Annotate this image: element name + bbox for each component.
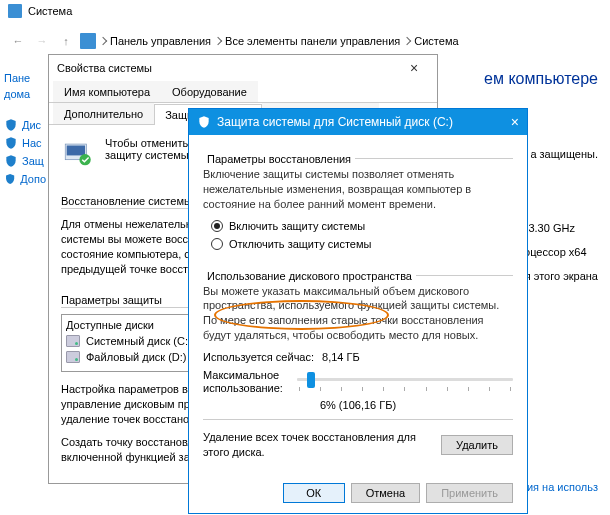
tab-hardware[interactable]: Оборудование xyxy=(161,81,258,102)
ok-button[interactable]: ОК xyxy=(283,483,345,503)
group-restore-settings: Параметры восстановления xyxy=(203,153,355,165)
tab-advanced[interactable]: Дополнительно xyxy=(53,103,154,124)
control-panel-sidebar: Пане дома Дис Нас Защ Допо xyxy=(0,60,50,198)
drive-icon xyxy=(66,335,80,347)
dialog-body: Параметры восстановления Включение защит… xyxy=(189,135,527,469)
protection-icon xyxy=(61,137,95,171)
dialog-buttons: ОК Отмена Применить xyxy=(189,473,527,513)
shield-icon xyxy=(4,118,18,132)
usage-percent: 6% (106,16 ГБ) xyxy=(203,399,513,411)
max-usage-label: Максимальное использование: xyxy=(203,369,289,395)
cancel-button[interactable]: Отмена xyxy=(351,483,420,503)
sidebar-item[interactable]: дома xyxy=(4,88,46,100)
control-panel-icon xyxy=(80,33,96,49)
radio-label: Отключить защиту системы xyxy=(229,238,371,250)
sidebar-item[interactable]: Защ xyxy=(4,154,46,168)
delete-row: Удаление всех точек восстановления для э… xyxy=(203,419,513,459)
tab-row-top: Имя компьютера Оборудование xyxy=(49,81,437,103)
close-button[interactable]: × xyxy=(399,60,429,76)
disk-usage-description: Вы можете указать максимальный объем дис… xyxy=(203,284,513,343)
breadcrumb-item[interactable]: Система xyxy=(414,35,458,47)
current-usage: Используется сейчас: 8,14 ГБ xyxy=(203,351,513,363)
close-button[interactable]: × xyxy=(489,114,519,130)
shield-icon xyxy=(4,172,16,186)
delete-description: Удаление всех точек восстановления для э… xyxy=(203,430,431,459)
window-title: Система xyxy=(28,5,72,17)
radio-enable-protection[interactable]: Включить защиту системы xyxy=(211,220,513,232)
radio-label: Включить защиту системы xyxy=(229,220,365,232)
up-button[interactable]: ↑ xyxy=(56,31,76,51)
page-heading: ем компьютере xyxy=(484,70,598,88)
radio-icon xyxy=(211,220,223,232)
delete-button[interactable]: Удалить xyxy=(441,435,513,455)
radio-disable-protection[interactable]: Отключить защиту системы xyxy=(211,238,513,250)
breadcrumb-item[interactable]: Все элементы панели управления xyxy=(225,35,400,47)
slider-thumb[interactable] xyxy=(307,372,315,388)
shield-icon xyxy=(4,154,18,168)
svg-point-2 xyxy=(79,154,90,165)
svg-rect-1 xyxy=(67,146,85,156)
sidebar-item[interactable]: Пане xyxy=(4,72,46,84)
forward-button[interactable]: → xyxy=(32,31,52,51)
chevron-right-icon xyxy=(403,37,411,45)
back-button[interactable]: ← xyxy=(8,31,28,51)
chevron-right-icon xyxy=(99,37,107,45)
apply-button[interactable]: Применить xyxy=(426,483,513,503)
radio-icon xyxy=(211,238,223,250)
system-icon xyxy=(8,4,22,18)
sidebar-item[interactable]: Нас xyxy=(4,136,46,150)
dialog-title: Свойства системы xyxy=(57,62,152,74)
sidebar-item[interactable]: Дис xyxy=(4,118,46,132)
used-label: Используется сейчас: xyxy=(203,351,314,363)
max-usage-slider-row: Максимальное использование: xyxy=(203,369,513,395)
shield-icon xyxy=(197,115,211,129)
explorer-window: Система ← → ↑ Панель управления Все элем… xyxy=(0,0,610,60)
drive-icon xyxy=(66,351,80,363)
used-value: 8,14 ГБ xyxy=(322,351,360,363)
explorer-titlebar: Система xyxy=(0,0,610,22)
group-disk-usage: Использование дискового пространства xyxy=(203,270,416,282)
shield-icon xyxy=(4,136,18,150)
chevron-right-icon xyxy=(214,37,222,45)
restore-description: Включение защиты системы позволяет отмен… xyxy=(203,167,513,212)
tab-computer-name[interactable]: Имя компьютера xyxy=(53,81,161,102)
breadcrumb-item[interactable]: Панель управления xyxy=(110,35,211,47)
dialog-titlebar: Свойства системы × xyxy=(49,55,437,81)
system-protection-config-dialog: Защита системы для Системный диск (C:) ×… xyxy=(188,108,528,514)
breadcrumb[interactable]: Панель управления Все элементы панели уп… xyxy=(80,33,459,49)
max-usage-slider[interactable] xyxy=(297,372,513,392)
dialog-title: Защита системы для Системный диск (C:) xyxy=(217,115,453,129)
protection-status: а защищены. xyxy=(530,148,598,160)
dialog-titlebar: Защита системы для Системный диск (C:) × xyxy=(189,109,527,135)
sidebar-item[interactable]: Допо xyxy=(4,172,46,186)
